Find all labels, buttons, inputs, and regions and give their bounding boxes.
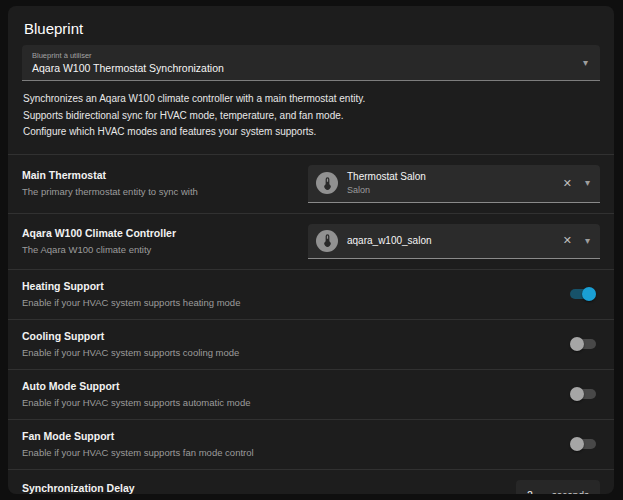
description-line: Synchronizes an Aqara W100 climate contr… xyxy=(23,92,599,106)
row-description: Enable if your HVAC system supports auto… xyxy=(22,397,560,409)
toggle-thumb xyxy=(582,287,596,301)
row-name: Synchronization Delay xyxy=(22,482,304,495)
row-fan-mode-support: Fan Mode Support Enable if your HVAC sys… xyxy=(8,419,614,469)
row-heating-support: Heating Support Enable if your HVAC syst… xyxy=(8,269,614,319)
row-description: Enable if your HVAC system supports heat… xyxy=(22,297,560,309)
row-text: Heating Support Enable if your HVAC syst… xyxy=(22,280,570,309)
delay-value-input[interactable]: 2 seconds xyxy=(516,480,600,495)
entity-texts: Thermostat Salon Salon xyxy=(347,171,559,196)
row-name: Heating Support xyxy=(22,280,560,293)
blueprint-select-texts: Blueprint à utiliser Aqara W100 Thermost… xyxy=(32,51,583,74)
blueprint-config-card: Blueprint Blueprint à utiliser Aqara W10… xyxy=(8,6,614,494)
page-title: Blueprint xyxy=(8,6,614,38)
toggle-thumb xyxy=(570,437,584,451)
row-text: Auto Mode Support Enable if your HVAC sy… xyxy=(22,380,570,409)
delay-unit: seconds xyxy=(552,490,589,495)
delay-control: 2 seconds xyxy=(314,480,600,495)
row-description: The primary thermostat entity to sync wi… xyxy=(22,186,298,198)
clear-icon[interactable]: ✕ xyxy=(559,175,576,192)
row-text: Aqara W100 Climate Controller The Aqara … xyxy=(22,227,308,256)
row-description: Enable if your HVAC system supports cool… xyxy=(22,347,560,359)
blueprint-select-label: Blueprint à utiliser xyxy=(32,51,583,60)
entity-texts: aqara_w100_salon xyxy=(347,235,559,247)
row-name: Main Thermostat xyxy=(22,169,298,182)
entity-name: Thermostat Salon xyxy=(347,171,559,183)
entity-secondary: Salon xyxy=(347,185,559,196)
row-name: Cooling Support xyxy=(22,330,560,343)
row-text: Cooling Support Enable if your HVAC syst… xyxy=(22,330,570,359)
cooling-support-toggle[interactable] xyxy=(570,337,596,351)
row-cooling-support: Cooling Support Enable if your HVAC syst… xyxy=(8,319,614,369)
fan-mode-support-toggle[interactable] xyxy=(570,437,596,451)
main-thermostat-entity-picker[interactable]: Thermostat Salon Salon ✕ ▾ xyxy=(308,165,600,203)
clear-icon[interactable]: ✕ xyxy=(559,232,576,249)
delay-slider[interactable] xyxy=(314,489,504,494)
chevron-down-icon[interactable]: ▾ xyxy=(585,236,590,246)
auto-mode-support-toggle[interactable] xyxy=(570,387,596,401)
row-name: Fan Mode Support xyxy=(22,430,560,443)
heating-support-toggle[interactable] xyxy=(570,287,596,301)
aqara-climate-entity-picker[interactable]: aqara_w100_salon ✕ ▾ xyxy=(308,224,600,259)
row-text: Fan Mode Support Enable if your HVAC sys… xyxy=(22,430,570,459)
thermostat-icon xyxy=(316,172,338,194)
row-text: Synchronization Delay Delay between sync… xyxy=(22,482,314,495)
row-main-thermostat: Main Thermostat The primary thermostat e… xyxy=(8,154,614,213)
blueprint-select-value: Aqara W100 Thermostat Synchronization xyxy=(32,62,583,74)
row-auto-mode-support: Auto Mode Support Enable if your HVAC sy… xyxy=(8,369,614,419)
toggle-thumb xyxy=(570,387,584,401)
chevron-down-icon: ▾ xyxy=(583,58,588,68)
blueprint-select[interactable]: Blueprint à utiliser Aqara W100 Thermost… xyxy=(22,45,600,81)
thermostat-icon xyxy=(316,230,338,252)
row-text: Main Thermostat The primary thermostat e… xyxy=(22,169,308,198)
row-synchronization-delay: Synchronization Delay Delay between sync… xyxy=(8,469,614,495)
description-line: Configure which HVAC modes and features … xyxy=(23,125,599,139)
row-description: The Aqara W100 climate entity xyxy=(22,244,298,256)
description-line: Supports bidirectional sync for HVAC mod… xyxy=(23,109,599,123)
blueprint-description: Synchronizes an Aqara W100 climate contr… xyxy=(8,81,614,154)
toggle-thumb xyxy=(570,337,584,351)
entity-name: aqara_w100_salon xyxy=(347,235,559,247)
chevron-down-icon[interactable]: ▾ xyxy=(585,178,590,188)
row-aqara-controller: Aqara W100 Climate Controller The Aqara … xyxy=(8,213,614,269)
row-name: Aqara W100 Climate Controller xyxy=(22,227,298,240)
row-name: Auto Mode Support xyxy=(22,380,560,393)
row-description: Enable if your HVAC system supports fan … xyxy=(22,447,560,459)
delay-value: 2 xyxy=(527,489,533,494)
